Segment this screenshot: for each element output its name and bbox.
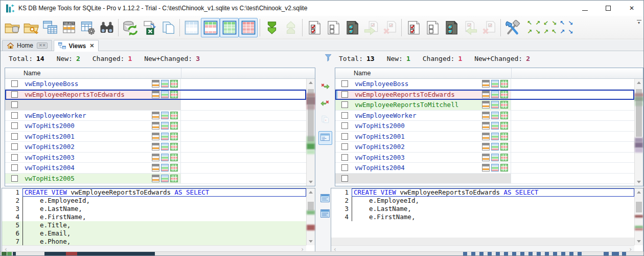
data-grid-icon[interactable]	[170, 143, 178, 151]
view-row[interactable]: vwEmployeeReportsToMitchell	[335, 100, 634, 111]
nav-arrow-icon[interactable]: ↙	[542, 19, 549, 27]
search-button[interactable]	[97, 18, 116, 37]
data-diff-icon[interactable]	[161, 133, 169, 140]
tools-button[interactable]	[503, 18, 522, 37]
view-row[interactable]: vwEmployeeReportsToEdwards	[5, 90, 306, 100]
select-definition-icon[interactable]	[152, 91, 159, 98]
row-checkbox[interactable]	[11, 91, 18, 98]
left-sql-scrollbar[interactable]	[306, 188, 315, 245]
data-diff-icon[interactable]	[491, 143, 499, 151]
definition-view-top-button[interactable]	[319, 193, 331, 205]
data-grid-icon[interactable]	[170, 133, 178, 140]
nav-arrow-icon[interactable]: ↖	[526, 19, 533, 27]
data-grid-icon[interactable]	[500, 122, 508, 130]
show-unchanged-button[interactable]	[182, 18, 201, 37]
select-definition-icon[interactable]	[482, 112, 490, 119]
data-diff-icon[interactable]	[491, 91, 499, 98]
data-grid-icon[interactable]	[170, 154, 178, 161]
view-row[interactable]: vwEmployeeBoss	[335, 79, 634, 90]
data-grid-icon[interactable]	[170, 122, 178, 130]
data-diff-icon[interactable]	[491, 112, 499, 119]
row-checkbox[interactable]	[341, 112, 348, 119]
select-definition-icon[interactable]	[152, 164, 159, 172]
nav-arrow-icon[interactable]: ↘	[567, 19, 574, 27]
minimize-button[interactable]	[573, 1, 596, 16]
view-row[interactable]: vwEmployeeReportsToEdwards	[335, 90, 634, 100]
view-row[interactable]: vwEmployeeWorker	[5, 111, 306, 121]
nav-arrow-icon[interactable]: ↘	[567, 28, 574, 36]
view-row[interactable]: vwTopHits2004	[5, 163, 306, 174]
row-checkbox[interactable]	[11, 175, 18, 182]
row-checkbox[interactable]	[341, 154, 348, 161]
scroll-up-arrow-icon[interactable]	[635, 79, 643, 87]
scroll-up-arrow-icon[interactable]	[307, 79, 315, 87]
select-definition-icon[interactable]	[482, 91, 490, 98]
select-definition-icon[interactable]	[152, 175, 159, 182]
view-row[interactable]: vwTopHits2004	[335, 163, 634, 174]
row-checkbox[interactable]	[341, 80, 348, 87]
select-definition-icon[interactable]	[482, 154, 490, 161]
expand-all-button[interactable]	[262, 18, 281, 37]
scroll-down-arrow-icon[interactable]	[307, 178, 315, 186]
tab-close-icon[interactable]: ✕✕	[37, 42, 48, 49]
show-changed-button[interactable]	[201, 18, 220, 37]
nav-arrow-icon[interactable]: ↗	[534, 19, 541, 27]
filter-icon[interactable]	[325, 54, 333, 62]
data-grid-icon[interactable]	[500, 164, 508, 172]
view-row-empty[interactable]	[335, 174, 634, 184]
select-definition-icon[interactable]	[152, 154, 159, 161]
check-all-right-button[interactable]	[404, 18, 423, 37]
scroll-up-arrow-icon[interactable]	[307, 188, 315, 196]
data-diff-icon[interactable]	[161, 175, 169, 182]
tab-close-icon[interactable]: ✕	[89, 43, 94, 49]
uncheck-all-left-button[interactable]	[324, 18, 342, 37]
check-different-right-button[interactable]	[442, 18, 461, 37]
select-definition-icon[interactable]	[482, 80, 490, 88]
data-grid-icon[interactable]	[500, 101, 508, 109]
refresh-comparison-button[interactable]	[121, 18, 140, 37]
nav-arrow-icon[interactable]: ↗	[559, 28, 566, 36]
scroll-track[interactable]	[635, 87, 643, 178]
select-definition-icon[interactable]	[152, 143, 159, 151]
check-different-left-button[interactable]	[342, 18, 361, 37]
view-row[interactable]: vwEmployeeBoss	[5, 79, 306, 90]
copy-button[interactable]	[158, 18, 177, 37]
scroll-down-arrow-icon[interactable]	[635, 178, 643, 186]
row-checkbox[interactable]	[11, 101, 18, 108]
select-definition-icon[interactable]	[482, 122, 490, 130]
data-diff-icon[interactable]	[491, 101, 499, 109]
scroll-track[interactable]	[307, 87, 315, 178]
row-checkbox[interactable]	[341, 122, 348, 129]
select-definition-icon[interactable]	[152, 112, 159, 119]
data-diff-icon[interactable]	[161, 154, 169, 161]
nav-arrow-icon[interactable]: ↘	[550, 19, 558, 27]
data-diff-icon[interactable]	[161, 91, 169, 98]
scroll-track[interactable]	[635, 196, 643, 238]
scroll-thumb[interactable]	[308, 202, 314, 211]
row-checkbox[interactable]	[11, 143, 18, 150]
row-checkbox[interactable]	[11, 122, 18, 129]
scroll-track[interactable]	[307, 196, 315, 238]
view-row[interactable]: vwEmployeeWorker	[335, 111, 634, 121]
data-compare-button[interactable]: SELECT	[59, 18, 78, 37]
select-definition-icon[interactable]	[152, 80, 159, 88]
definition-view-bottom-button[interactable]	[319, 208, 331, 221]
copy-left-to-right-button[interactable]	[319, 80, 331, 93]
open-comparison-button[interactable]	[3, 18, 21, 37]
row-checkbox[interactable]	[11, 154, 18, 161]
nav-arrow-icon[interactable]: ↖	[550, 28, 558, 36]
data-diff-icon[interactable]	[491, 133, 499, 140]
tab-home[interactable]: Home✕✕	[2, 40, 52, 51]
view-row[interactable]: vwTopHits2000	[335, 121, 634, 132]
row-checkbox[interactable]	[341, 175, 348, 182]
check-all-left-button[interactable]	[305, 18, 324, 37]
nav-arrow-icon[interactable]: ↗	[526, 28, 533, 36]
row-checkbox[interactable]	[11, 164, 18, 171]
select-definition-icon[interactable]	[482, 133, 490, 140]
right-grid-scrollbar[interactable]	[634, 79, 643, 186]
data-diff-icon[interactable]	[491, 80, 499, 88]
data-grid-icon[interactable]	[170, 164, 178, 172]
tab-views[interactable]: Views✕	[54, 40, 99, 51]
maximize-button[interactable]	[596, 1, 620, 16]
right-sql-scrollbar[interactable]	[634, 188, 643, 245]
